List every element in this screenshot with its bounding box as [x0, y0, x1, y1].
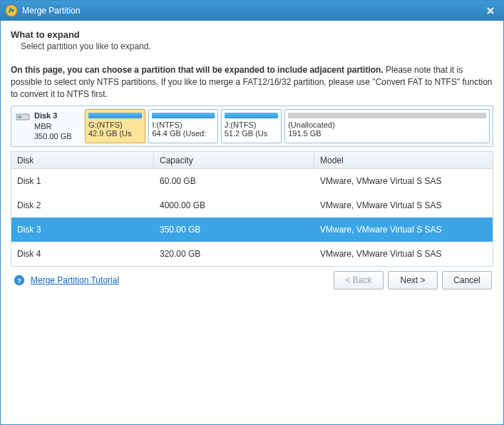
tutorial-link[interactable]: Merge Partition Tutorial — [31, 275, 119, 285]
disk-type: MBR — [34, 121, 72, 131]
partition-label: J:(NTFS) — [225, 121, 278, 129]
cell-capacity: 350.00 GB — [154, 222, 314, 237]
back-button[interactable]: < Back — [334, 271, 384, 290]
cell-model: VMware, VMware Virtual S SAS — [314, 246, 493, 262]
help-icon[interactable]: ? — [12, 273, 26, 287]
disk-name: Disk 3 — [34, 111, 72, 121]
partition-block[interactable]: (Unallocated)191.5 GB — [284, 109, 490, 143]
partition-usage-bar — [152, 113, 214, 118]
table-header: Disk Capacity Model — [11, 152, 493, 169]
disk-info: Disk 3 MBR 350.00 GB — [14, 109, 82, 143]
footer: ? Merge Partition Tutorial < Back Next >… — [11, 267, 493, 290]
partition-usage-bar — [88, 113, 142, 118]
column-header-disk[interactable]: Disk — [11, 153, 154, 168]
partition-size: 42.9 GB (Us — [88, 129, 142, 138]
disk-info-text: Disk 3 MBR 350.00 GB — [34, 111, 72, 142]
app-icon — [5, 4, 18, 17]
partition-usage-bar — [225, 113, 278, 118]
cell-capacity: 320.00 GB — [154, 246, 314, 262]
svg-text:?: ? — [17, 277, 21, 285]
partition-usage-bar — [288, 113, 486, 118]
description-text: On this page, you can choose a partition… — [11, 64, 493, 100]
disk-map: Disk 3 MBR 350.00 GB G:(NTFS)42.9 GB (Us… — [11, 106, 493, 147]
cell-capacity: 60.00 GB — [154, 173, 314, 189]
cell-disk: Disk 4 — [11, 246, 154, 262]
partition-size: 191.5 GB — [288, 129, 486, 138]
cancel-button[interactable]: Cancel — [442, 271, 492, 290]
partition-block[interactable]: I:(NTFS)64.4 GB (Used: — [148, 109, 217, 143]
cell-model: VMware, VMware Virtual S SAS — [314, 198, 493, 213]
disk-size: 350.00 GB — [34, 131, 72, 141]
window-title: Merge Partition — [22, 6, 80, 16]
table-row[interactable]: Disk 3350.00 GBVMware, VMware Virtual S … — [11, 217, 493, 242]
page-subheading: Select partition you like to expand. — [21, 41, 493, 51]
partition-block[interactable]: J:(NTFS)51.2 GB (Us — [221, 109, 282, 143]
cell-disk: Disk 3 — [11, 222, 154, 237]
partition-block[interactable]: G:(NTFS)42.9 GB (Us — [85, 109, 145, 143]
content-area: On this page, you can choose a partition… — [11, 64, 493, 267]
column-header-capacity[interactable]: Capacity — [154, 153, 314, 168]
table-row[interactable]: Disk 160.00 GBVMware, VMware Virtual S S… — [11, 169, 493, 193]
partition-label: (Unallocated) — [288, 121, 486, 129]
partition-label: I:(NTFS) — [152, 121, 214, 129]
table-row[interactable]: Disk 24000.00 GBVMware, VMware Virtual S… — [11, 193, 493, 217]
description-bold: On this page, you can choose a partition… — [11, 65, 384, 75]
cell-disk: Disk 2 — [11, 198, 154, 213]
column-header-model[interactable]: Model — [314, 153, 493, 168]
partition-label: G:(NTFS) — [88, 121, 142, 129]
merge-partition-window: Merge Partition What to expand Select pa… — [0, 0, 504, 425]
body: What to expand Select partition you like… — [1, 21, 503, 424]
partition-size: 51.2 GB (Us — [225, 129, 278, 138]
cell-model: VMware, VMware Virtual S SAS — [314, 173, 493, 189]
page-heading: What to expand — [11, 29, 493, 40]
partition-size: 64.4 GB (Used: — [152, 129, 214, 138]
disk-table: Disk Capacity Model Disk 160.00 GBVMware… — [11, 151, 493, 267]
close-button[interactable] — [482, 4, 499, 18]
disk-icon — [16, 112, 30, 126]
cell-disk: Disk 1 — [11, 173, 154, 189]
cell-capacity: 4000.00 GB — [154, 198, 314, 213]
titlebar: Merge Partition — [1, 1, 503, 21]
table-row[interactable]: Disk 4320.00 GBVMware, VMware Virtual S … — [11, 242, 493, 266]
cell-model: VMware, VMware Virtual S SAS — [314, 222, 493, 237]
next-button[interactable]: Next > — [388, 271, 438, 290]
svg-rect-2 — [18, 116, 21, 118]
